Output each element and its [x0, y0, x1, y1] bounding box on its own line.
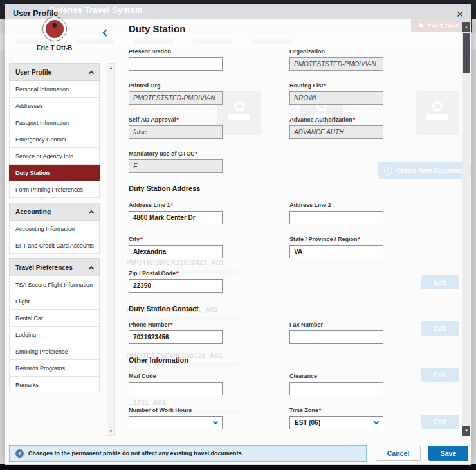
- sidebar-item-accounting-information[interactable]: Accounting Information: [9, 221, 100, 237]
- field-state: State / Province / Region*: [289, 236, 383, 258]
- required-asterisk: *: [176, 270, 179, 276]
- avatar: [42, 17, 67, 41]
- field-zip: Zip / Postal Code*: [129, 270, 223, 293]
- address-line-2-input[interactable]: [289, 211, 383, 224]
- profile-user-name: Eric T Ott-B: [9, 44, 100, 51]
- sidebar-item-smoking-preference[interactable]: Smoking Preference: [9, 343, 100, 360]
- sidebar-item-emergency-contact[interactable]: Emergency Contact: [9, 131, 100, 148]
- required-asterisk: *: [176, 116, 179, 123]
- sidebar-item-rental-car[interactable]: Rental Car: [9, 310, 100, 327]
- sidebar-item-personal-information[interactable]: Personal Information: [9, 81, 100, 98]
- self-ao-approval-input: [129, 125, 223, 139]
- sidebar-item-duty-station[interactable]: Duty Station: [9, 165, 100, 181]
- field-clearance: Clearance: [289, 373, 383, 395]
- sidebar-item-remarks[interactable]: Remarks: [9, 377, 100, 393]
- scroll-down-icon[interactable]: ▼: [462, 426, 470, 436]
- required-asterisk: *: [171, 202, 174, 208]
- field-organization: Organization: [289, 48, 383, 71]
- field-label: Address Line 2: [289, 202, 331, 208]
- address-line-1-input[interactable]: [129, 211, 223, 224]
- sidebar-item-flight[interactable]: Flight: [9, 293, 100, 310]
- field-printed-org: Printed Org: [129, 82, 223, 105]
- field-label: Present Station: [129, 48, 171, 55]
- sidebar-group-header[interactable]: Accounting: [9, 203, 100, 221]
- content-scrollbar[interactable]: ▲ ▼: [107, 63, 115, 436]
- sidebar-item-eft-credit-card-accounts[interactable]: EFT and Credit Card Accounts: [9, 237, 100, 254]
- field-label: Mandatory use of GTCC: [129, 150, 195, 157]
- field-fax: Fax Number: [289, 321, 383, 344]
- field-label: Printed Org: [129, 82, 161, 89]
- scroll-up-icon[interactable]: ▲: [107, 66, 114, 69]
- field-label: State / Province / Region: [289, 236, 358, 242]
- sidebar-item-service-or-agency-info[interactable]: Service or Agency Info: [9, 148, 100, 165]
- phone-input[interactable]: [129, 330, 223, 344]
- save-button[interactable]: Save: [428, 446, 468, 461]
- sidebar-item-form-printing-preferences[interactable]: Form Printing Preferences: [9, 181, 100, 198]
- time-zone-select[interactable]: EST (06): [289, 416, 383, 429]
- field-label: Self AO Approval: [129, 116, 176, 123]
- scroll-up-icon[interactable]: ▲: [462, 22, 470, 32]
- sidebar-item-tsa-secure-flight[interactable]: TSA Secure Flight Information: [9, 276, 100, 293]
- sidebar-item-passport-information[interactable]: Passport Information: [9, 114, 100, 131]
- field-advance-authorization: Advance Authorization*: [289, 116, 383, 139]
- field-city: City*: [129, 236, 223, 258]
- page-title: Duty Station: [129, 23, 185, 34]
- back-button[interactable]: [100, 27, 112, 39]
- field-label: Organization: [289, 48, 325, 55]
- chevron-up-icon: [89, 70, 94, 75]
- printed-org-input: [129, 91, 223, 105]
- close-icon[interactable]: ✕: [452, 6, 468, 22]
- field-address-line-1: Address Line 1*: [129, 202, 223, 224]
- field-time-zone: Time Zone* EST (06): [289, 407, 383, 429]
- mail-code-input[interactable]: [129, 382, 223, 395]
- field-label: Phone Number: [129, 321, 170, 328]
- scrollbar-thumb[interactable]: [463, 33, 470, 73]
- required-asterisk: *: [170, 321, 173, 328]
- field-label: City: [129, 236, 140, 242]
- modal-scrollbar[interactable]: ▲ ▼: [462, 22, 470, 436]
- sidebar-item-lodging[interactable]: Lodging: [9, 327, 100, 343]
- advance-authorization-input: [289, 125, 383, 139]
- field-routing-list: Routing List*: [289, 82, 383, 105]
- info-icon: i: [15, 449, 24, 458]
- user-profile-modal: User Profile ✕ Eric T Ott-B User Profile…: [5, 4, 471, 465]
- field-label: Routing List: [289, 82, 324, 89]
- chevron-down-icon: [374, 419, 379, 424]
- state-input[interactable]: [289, 245, 383, 258]
- required-asterisk: *: [353, 116, 356, 123]
- section-heading-other: Other Information: [129, 356, 188, 364]
- sidebar-group-header[interactable]: User Profile: [9, 63, 100, 81]
- select-value: EST (06): [295, 419, 320, 426]
- field-label: Zip / Postal Code: [129, 270, 176, 276]
- field-phone: Phone Number*: [129, 321, 223, 344]
- chevron-up-icon: [89, 210, 94, 215]
- field-label: Address Line 1: [129, 202, 170, 208]
- sidebar-group-user-profile: User Profile Personal Information Addres…: [9, 63, 100, 198]
- field-address-line-2: Address Line 2: [289, 202, 383, 224]
- sidebar-item-rewards-programs[interactable]: Rewards Programs: [9, 360, 100, 377]
- fax-input[interactable]: [289, 330, 383, 344]
- page-footer: [0, 464, 476, 470]
- present-station-input[interactable]: [129, 57, 223, 71]
- sidebar-group-travel-preferences: Travel Preferences TSA Secure Flight Inf…: [9, 258, 100, 393]
- chevron-up-icon: [89, 266, 94, 271]
- required-asterisk: *: [324, 82, 327, 89]
- sidebar-group-header[interactable]: Travel Preferences: [9, 258, 100, 276]
- field-mail-code: Mail Code: [129, 373, 223, 395]
- scroll-down-icon[interactable]: ▼: [107, 429, 114, 433]
- info-text: Changes to the permanent profile do not …: [28, 450, 243, 456]
- section-heading-address: Duty Station Address: [129, 185, 200, 192]
- work-hours-select[interactable]: [129, 416, 223, 429]
- profile-sidebar: User Profile Personal Information Addres…: [9, 63, 100, 398]
- city-input[interactable]: [129, 245, 223, 258]
- routing-list-input: [289, 91, 383, 105]
- required-asterisk: *: [196, 150, 198, 157]
- sidebar-item-addresses[interactable]: Addresses: [9, 98, 100, 114]
- field-label: Clearance: [289, 373, 317, 379]
- zip-input[interactable]: [129, 279, 223, 293]
- cancel-button[interactable]: Cancel: [376, 446, 421, 461]
- mandatory-gtcc-input: [129, 159, 223, 173]
- field-label: Number of Work Hours: [129, 407, 192, 413]
- field-present-station: Present Station: [129, 48, 223, 71]
- clearance-input[interactable]: [289, 382, 383, 395]
